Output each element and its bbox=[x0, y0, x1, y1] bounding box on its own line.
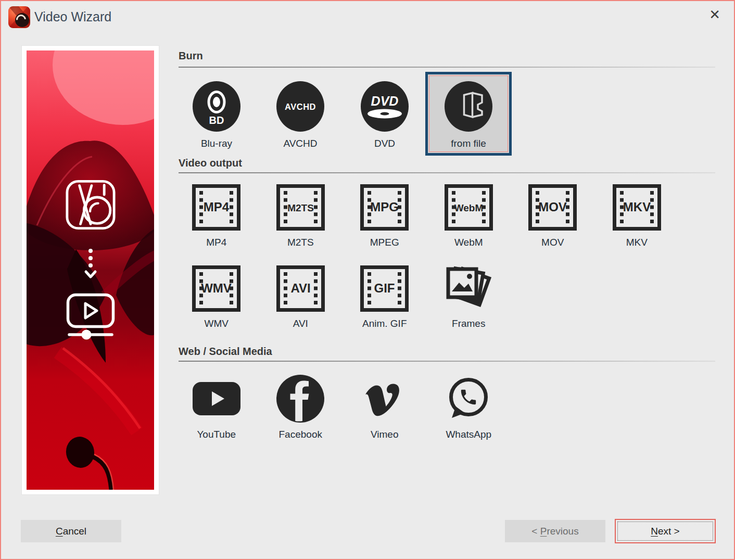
section-divider bbox=[179, 172, 715, 173]
video-player-icon bbox=[65, 292, 117, 342]
svg-text:MPG: MPG bbox=[370, 200, 399, 214]
wizard-source-logo-icon bbox=[65, 180, 116, 230]
tile-label: AVI bbox=[293, 318, 308, 329]
open-file-icon bbox=[445, 81, 492, 132]
tile-label: MOV bbox=[541, 237, 564, 248]
filmstrip-icon: AVI bbox=[276, 265, 325, 312]
tile-label: Frames bbox=[452, 318, 485, 329]
vimeo-icon bbox=[361, 375, 409, 423]
tile-label: MP4 bbox=[206, 237, 226, 248]
filmstrip-icon: MPG bbox=[360, 184, 409, 231]
tile-frames[interactable]: Frames bbox=[427, 265, 511, 329]
tile-webm[interactable]: WebM WebM bbox=[427, 184, 511, 248]
section-title-video-output: Video output bbox=[179, 157, 715, 169]
tile-label: AVCHD bbox=[283, 138, 317, 149]
app-logo-icon bbox=[8, 6, 30, 28]
svg-text:M2TS: M2TS bbox=[287, 202, 314, 213]
tile-mkv[interactable]: MKV MKV bbox=[595, 184, 679, 248]
svg-text:WebM: WebM bbox=[454, 202, 483, 213]
video-output-row-2: WMV WMV AVI AVI GIF Anim. GIF bbox=[174, 265, 511, 329]
filmstrip-icon: MKV bbox=[613, 184, 661, 231]
tile-label: WhatsApp bbox=[446, 429, 491, 440]
filmstrip-icon: MP4 bbox=[192, 184, 240, 231]
tile-avchd[interactable]: AVCHD AVCHD bbox=[257, 72, 344, 156]
tile-wmv[interactable]: WMV WMV bbox=[174, 265, 259, 329]
youtube-icon bbox=[193, 375, 240, 423]
section-divider bbox=[179, 361, 715, 362]
tile-label: YouTube bbox=[197, 429, 236, 440]
video-output-row-1: MP4 MP4 M2TS M2TS MPG MPEG bbox=[174, 184, 679, 248]
tile-label: Facebook bbox=[279, 429, 322, 440]
tile-m2ts[interactable]: M2TS M2TS bbox=[259, 184, 343, 248]
filmstrip-icon: MOV bbox=[528, 184, 577, 231]
tile-youtube[interactable]: YouTube bbox=[174, 375, 259, 440]
tile-label: WebM bbox=[454, 237, 483, 248]
tile-whatsapp[interactable]: WhatsApp bbox=[427, 375, 511, 440]
tile-label: MKV bbox=[626, 237, 648, 248]
filmstrip-icon: WebM bbox=[445, 184, 493, 231]
dvd-disc-icon: DVD bbox=[361, 81, 409, 132]
close-icon[interactable]: ✕ bbox=[709, 8, 720, 21]
tile-mov[interactable]: MOV MOV bbox=[511, 184, 595, 248]
tile-dvd[interactable]: DVD DVD bbox=[341, 72, 428, 156]
dotted-arrow-down-icon bbox=[84, 248, 97, 281]
section-divider bbox=[179, 67, 715, 68]
svg-text:MP4: MP4 bbox=[204, 200, 230, 214]
tile-label: Anim. GIF bbox=[362, 318, 407, 329]
tile-from-file[interactable]: from file bbox=[425, 72, 512, 156]
svg-text:MOV: MOV bbox=[538, 200, 567, 214]
tile-facebook[interactable]: Facebook bbox=[259, 375, 343, 440]
previous-button[interactable]: < Previous bbox=[505, 520, 605, 542]
tile-avi[interactable]: AVI AVI bbox=[259, 265, 343, 329]
section-title-burn: Burn bbox=[179, 50, 715, 62]
tile-anim-gif[interactable]: GIF Anim. GIF bbox=[343, 265, 427, 329]
web-social-row: YouTube Facebook Vimeo WhatsApp bbox=[174, 375, 511, 440]
svg-text:AVCHD: AVCHD bbox=[285, 102, 316, 111]
svg-text:WMV: WMV bbox=[201, 281, 232, 295]
tile-mp4[interactable]: MP4 MP4 bbox=[174, 184, 259, 248]
preview-panel bbox=[22, 46, 159, 494]
filmstrip-icon: WMV bbox=[192, 265, 240, 312]
tile-label: WMV bbox=[205, 318, 229, 329]
tile-label: Blu-ray bbox=[201, 138, 232, 149]
facebook-icon bbox=[276, 375, 324, 423]
tile-label: M2TS bbox=[287, 237, 314, 248]
avchd-disc-icon: AVCHD bbox=[276, 81, 324, 132]
svg-text:MKV: MKV bbox=[623, 200, 651, 214]
video-wizard-dialog: Video Wizard ✕ bbox=[0, 0, 735, 560]
section-title-web-social: Web / Social Media bbox=[179, 346, 715, 358]
whatsapp-icon bbox=[445, 375, 492, 423]
filmstrip-icon: M2TS bbox=[276, 184, 325, 231]
tile-label: from file bbox=[451, 138, 486, 149]
tile-label: Vimeo bbox=[371, 429, 399, 440]
filmstrip-icon: GIF bbox=[360, 265, 409, 312]
tile-label: DVD bbox=[374, 138, 395, 149]
svg-text:BD: BD bbox=[209, 114, 224, 126]
window-title: Video Wizard bbox=[34, 9, 111, 24]
frames-stack-icon bbox=[445, 265, 493, 312]
tile-vimeo[interactable]: Vimeo bbox=[343, 375, 427, 440]
tile-label: MPEG bbox=[370, 237, 399, 248]
svg-text:AVI: AVI bbox=[290, 281, 310, 295]
bluray-disc-icon: BD bbox=[193, 81, 240, 132]
next-button[interactable]: Next > bbox=[615, 519, 716, 543]
cancel-button[interactable]: Cancel bbox=[21, 520, 121, 542]
svg-text:GIF: GIF bbox=[374, 281, 395, 295]
svg-text:DVD: DVD bbox=[371, 94, 399, 108]
tile-bluray[interactable]: BD Blu-ray bbox=[173, 72, 260, 156]
tile-mpeg[interactable]: MPG MPEG bbox=[343, 184, 427, 248]
